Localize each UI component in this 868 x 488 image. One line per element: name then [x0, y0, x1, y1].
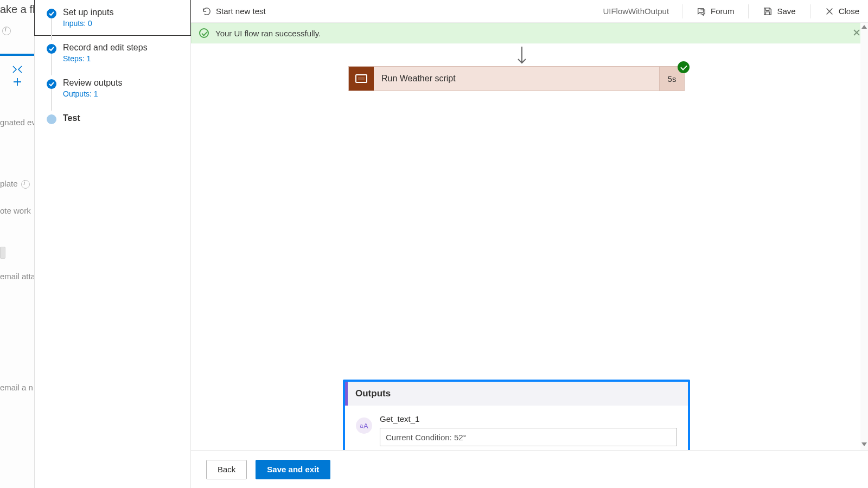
step-label: Review outputs: [63, 78, 184, 88]
success-check-icon: [199, 28, 209, 38]
text-output-icon: aA: [356, 418, 372, 434]
step-label: Record and edit steps: [63, 43, 184, 53]
step-label: Test: [63, 113, 184, 123]
ghost-blue-bar: [0, 54, 35, 56]
step-complete-icon: [47, 79, 56, 89]
output-label: Get_text_1: [380, 414, 677, 423]
footer-bar: Back Save and exit: [191, 450, 868, 488]
forum-button[interactable]: Forum: [692, 4, 738, 18]
output-value-field[interactable]: [380, 428, 677, 446]
wizard-step-test[interactable]: Test: [35, 106, 190, 131]
outputs-body: aA Get_text_1: [345, 406, 688, 450]
action-title: Run Weather script: [374, 67, 659, 91]
ghost-text: plate: [0, 179, 34, 189]
step-complete-icon: [47, 44, 56, 54]
ghost-chip-row: [0, 247, 34, 259]
step-label: Set up inputs: [63, 8, 184, 17]
step-sublabel: Inputs: 0: [63, 19, 184, 28]
back-button[interactable]: Back: [206, 460, 247, 479]
wizard-step-record[interactable]: Record and edit steps Steps: 1: [35, 35, 190, 70]
script-icon: [349, 67, 374, 91]
toolbar: Start new test UIFlowWithOutput Forum Sa…: [191, 0, 868, 23]
outputs-panel: Outputs aA Get_text_1: [343, 380, 690, 450]
wizard-steps-panel: Set up inputs Inputs: 0 Record and edit …: [35, 0, 191, 488]
step-sublabel: Outputs: 1: [63, 89, 184, 98]
save-and-exit-button[interactable]: Save and exit: [256, 460, 330, 479]
step-current-icon: [47, 114, 56, 124]
background-left-pane: ake a fl gnated even plate ote work emai…: [0, 0, 35, 488]
ghost-text: email a n: [0, 383, 34, 392]
ghost-text: email attac: [0, 272, 34, 281]
forum-icon: [697, 7, 706, 16]
flow-name: UIFlowWithOutput: [603, 7, 669, 16]
banner-close-button[interactable]: [852, 28, 861, 38]
info-icon: [2, 27, 11, 35]
step-complete-icon: [47, 9, 56, 18]
scroll-up-icon[interactable]: [861, 25, 867, 30]
info-icon: [21, 180, 30, 189]
scroll-down-icon[interactable]: [861, 442, 867, 448]
ghost-icon-stack: [0, 66, 34, 86]
ghost-text: ote work: [0, 206, 34, 215]
close-button[interactable]: Close: [820, 4, 864, 18]
ghost-title-fragment: ake a fl: [0, 3, 34, 16]
success-banner: Your UI flow ran successfully.: [191, 23, 868, 43]
start-new-test-button[interactable]: Start new test: [197, 4, 270, 18]
wizard-step-review-outputs[interactable]: Review outputs Outputs: 1: [35, 70, 190, 106]
ghost-text: gnated even: [0, 118, 34, 127]
flow-canvas: Run Weather script 5s Outputs aA Get_tex…: [191, 43, 860, 450]
banner-text: Your UI flow ran successfully.: [215, 29, 321, 38]
action-card-run-script[interactable]: Run Weather script 5s: [348, 66, 685, 91]
outputs-heading: Outputs: [345, 382, 688, 406]
close-icon: [825, 7, 834, 16]
step-sublabel: Steps: 1: [63, 54, 184, 63]
wizard-step-setup-inputs[interactable]: Set up inputs Inputs: 0: [34, 0, 191, 36]
refresh-icon: [202, 7, 212, 16]
action-success-badge-icon: [678, 61, 690, 73]
main-panel: Start new test UIFlowWithOutput Forum Sa…: [191, 0, 868, 488]
save-icon: [763, 7, 773, 16]
vertical-scrollbar[interactable]: [860, 23, 868, 450]
save-button[interactable]: Save: [758, 4, 800, 18]
start-new-test-label: Start new test: [216, 7, 266, 16]
